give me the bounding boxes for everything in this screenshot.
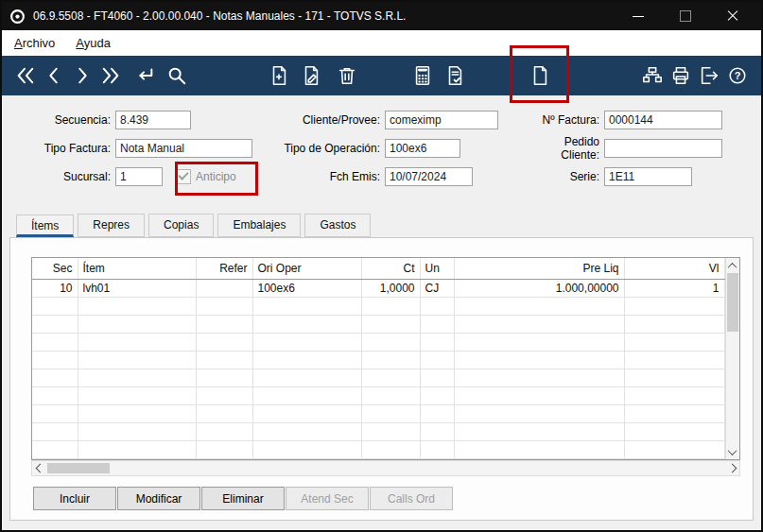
cell-ori-oper: 100ex6 — [252, 279, 361, 297]
grid-empty-row[interactable] — [32, 386, 724, 404]
pedido-cliente-label: Pedido Cliente: — [524, 135, 604, 162]
col-ori-oper[interactable]: Ori Oper — [252, 258, 361, 279]
grid-empty-row[interactable] — [32, 404, 724, 422]
blank-document-button[interactable] — [526, 61, 554, 90]
serie-input[interactable] — [604, 167, 692, 186]
grid-header-row: Sec Ítem Refer Ori Oper Ct Un Pre Liq Vl — [32, 258, 724, 279]
enter-query-button[interactable] — [130, 61, 159, 90]
app-window: 06.9.5508 - FT4060 - 2.00.00.040 - Notas… — [0, 0, 763, 532]
form-row-2: Tipo Factura: Tipo de Operación: Pedido … — [9, 137, 761, 160]
n-factura-input[interactable] — [604, 111, 722, 129]
eliminar-button[interactable]: Eliminar — [201, 487, 285, 510]
minimize-button[interactable] — [633, 10, 644, 22]
chevrons-left-icon — [15, 65, 36, 86]
cell-un: CJ — [420, 279, 454, 297]
secuencia-input[interactable] — [115, 111, 191, 129]
calculator-icon — [412, 65, 433, 86]
fch-emis-label: Fch Emis: — [267, 170, 385, 183]
col-vl[interactable]: Vl — [624, 258, 724, 279]
go-previous-button[interactable] — [40, 61, 68, 90]
menu-archivo[interactable]: Archivo — [14, 36, 55, 50]
tab-repres[interactable]: Repres — [78, 214, 145, 237]
close-button[interactable] — [727, 10, 738, 22]
sucursal-label: Sucursal: — [9, 170, 115, 183]
items-grid: Sec Ítem Refer Ori Oper Ct Un Pre Liq Vl… — [31, 257, 740, 460]
tab-gastos[interactable]: Gastos — [304, 214, 371, 237]
grid-empty-row[interactable] — [32, 422, 724, 440]
col-pre-liq[interactable]: Pre Liq — [454, 258, 624, 279]
menu-ayuda[interactable]: Ayuda — [76, 36, 111, 50]
document-check-icon — [444, 65, 465, 86]
cell-sec: 10 — [32, 279, 78, 297]
fch-emis-input[interactable] — [385, 167, 473, 186]
grid-empty-row[interactable] — [32, 315, 724, 333]
chevron-left-icon — [43, 65, 64, 86]
tab-copias[interactable]: Copias — [148, 214, 214, 237]
svg-text:?: ? — [735, 70, 741, 81]
calls-ord-button: Calls Ord — [370, 487, 453, 510]
cell-refer — [196, 279, 252, 297]
header-form: Secuencia: Cliente/Provee: Nº Factura: T… — [2, 95, 761, 199]
trash-icon — [337, 65, 357, 86]
cell-pre-liq: 1.000,00000 — [454, 279, 624, 297]
horizontal-scrollbar[interactable] — [31, 460, 740, 476]
vertical-scrollbar[interactable] — [725, 258, 740, 459]
grid-empty-row[interactable] — [32, 369, 724, 386]
form-row-1: Secuencia: Cliente/Provee: Nº Factura: — [9, 109, 761, 131]
grid-empty-row[interactable] — [32, 440, 724, 458]
col-ct[interactable]: Ct — [361, 258, 420, 279]
cliente-provee-label: Cliente/Provee: — [267, 113, 385, 127]
grid-empty-row[interactable] — [32, 351, 724, 369]
chevron-down-icon — [728, 446, 737, 455]
new-document-button[interactable] — [265, 61, 293, 90]
anticipo-checkbox[interactable] — [176, 169, 191, 184]
tipo-factura-label: Tipo Factura: — [9, 142, 115, 155]
tab-items[interactable]: Ítems — [16, 215, 74, 237]
cliente-provee-input[interactable] — [385, 111, 498, 129]
help-icon: ? — [727, 65, 748, 86]
go-first-button[interactable] — [11, 61, 40, 90]
tab-embalajes[interactable]: Embalajes — [217, 214, 301, 237]
tipo-operacion-input[interactable] — [385, 139, 460, 158]
program-tree-button[interactable] — [638, 61, 667, 90]
col-item[interactable]: Ítem — [78, 258, 196, 279]
tipo-factura-input[interactable] — [115, 139, 252, 158]
atend-sec-button: Atend Sec — [286, 487, 369, 510]
horizontal-scrollbar-thumb[interactable] — [47, 463, 110, 473]
maximize-button[interactable] — [680, 10, 691, 22]
scroll-up-button[interactable] — [726, 258, 740, 273]
document-check-button[interactable] — [441, 61, 469, 90]
go-next-button[interactable] — [68, 61, 96, 90]
col-un[interactable]: Un — [420, 258, 454, 279]
print-button[interactable] — [667, 61, 695, 90]
grid-empty-row[interactable] — [32, 333, 724, 351]
grid-empty-row[interactable] — [32, 297, 724, 315]
edit-document-button[interactable] — [297, 61, 325, 90]
new-document-icon — [269, 65, 289, 86]
exit-button[interactable] — [695, 61, 723, 90]
modificar-button[interactable]: Modificar — [117, 487, 200, 510]
search-button[interactable] — [163, 61, 191, 90]
program-tree-icon — [642, 65, 663, 86]
incluir-button[interactable]: Incluir — [33, 487, 116, 510]
scroll-left-button[interactable] — [32, 461, 47, 475]
toolbar: ? — [2, 56, 761, 95]
go-last-button[interactable] — [96, 61, 125, 90]
help-button[interactable]: ? — [723, 61, 752, 90]
scroll-down-button[interactable] — [726, 444, 740, 459]
delete-button[interactable] — [333, 61, 361, 90]
tipo-operacion-label: Tipo de Operación: — [267, 142, 385, 155]
pedido-cliente-input[interactable] — [604, 139, 722, 158]
col-refer[interactable]: Refer — [196, 258, 252, 279]
sucursal-input[interactable] — [115, 167, 163, 186]
totvs-logo-icon — [9, 9, 26, 25]
chevron-left-icon — [35, 464, 44, 473]
grid-row[interactable]: 10 lvh01 100ex6 1,0000 CJ 1.000,00000 1 — [32, 279, 724, 297]
calculator-button[interactable] — [408, 61, 437, 90]
vertical-scrollbar-thumb[interactable] — [727, 273, 738, 332]
window-controls — [633, 10, 754, 22]
cell-item: lvh01 — [78, 279, 196, 297]
scroll-right-button[interactable] — [724, 461, 739, 475]
cell-ct: 1,0000 — [361, 279, 420, 297]
col-sec[interactable]: Sec — [32, 258, 78, 279]
